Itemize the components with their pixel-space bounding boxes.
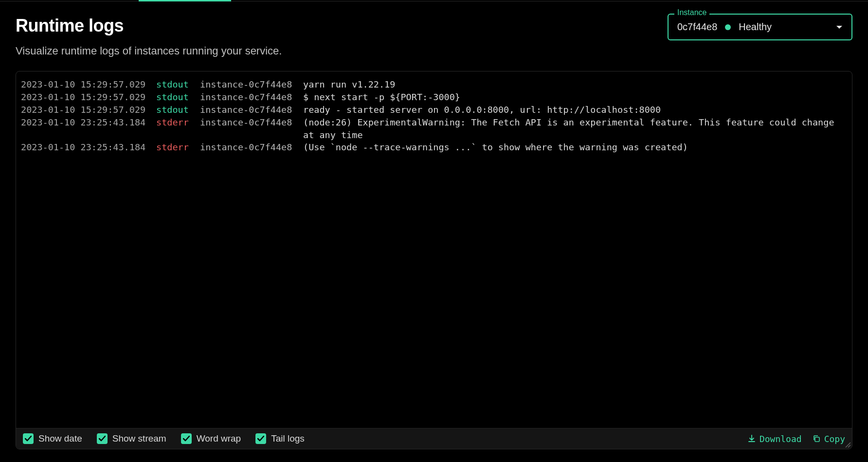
log-date: 2023-01-10 23:25:43.184 xyxy=(21,116,156,129)
copy-icon xyxy=(813,435,820,443)
active-tab-indicator xyxy=(139,0,231,1)
log-message: ready - started server on 0.0.0.0:8000, … xyxy=(303,104,847,116)
download-button[interactable]: Download xyxy=(748,434,802,444)
download-icon xyxy=(748,435,756,443)
instance-status: Healthy xyxy=(739,21,828,33)
page-title: Runtime logs xyxy=(16,16,282,36)
log-stream: stdout xyxy=(156,91,200,104)
status-dot-icon xyxy=(725,24,731,30)
tab-border xyxy=(0,1,868,1)
log-stream: stderr xyxy=(156,141,200,154)
log-instance: instance-0c7f44e8 xyxy=(200,116,303,129)
svg-line-1 xyxy=(846,443,850,447)
copy-label: Copy xyxy=(824,434,845,444)
log-stream: stdout xyxy=(156,78,200,91)
log-message: $ next start -p ${PORT:-3000} xyxy=(303,91,847,104)
resize-grip-icon[interactable] xyxy=(844,441,851,448)
log-stream: stderr xyxy=(156,116,200,129)
log-row: 2023-01-10 15:29:57.029stdoutinstance-0c… xyxy=(21,104,847,116)
word-wrap-label: Word wrap xyxy=(197,433,241,444)
show-stream-label: Show stream xyxy=(112,433,166,444)
log-message: yarn run v1.22.19 xyxy=(303,78,847,91)
show-date-label: Show date xyxy=(38,433,82,444)
log-date: 2023-01-10 15:29:57.029 xyxy=(21,91,156,104)
copy-button[interactable]: Copy xyxy=(813,434,845,444)
log-message: (Use `node --trace-warnings ...` to show… xyxy=(303,141,847,154)
checkbox-checked-icon xyxy=(97,433,108,444)
log-row: 2023-01-10 15:29:57.029stdoutinstance-0c… xyxy=(21,91,847,104)
log-row: 2023-01-10 23:25:43.184stderrinstance-0c… xyxy=(21,141,847,154)
log-body: 2023-01-10 15:29:57.029stdoutinstance-0c… xyxy=(16,71,852,428)
show-date-checkbox[interactable]: Show date xyxy=(23,433,82,444)
chevron-down-icon xyxy=(836,25,843,29)
checkbox-checked-icon xyxy=(23,433,34,444)
log-instance: instance-0c7f44e8 xyxy=(200,91,303,104)
instance-selector[interactable]: 0c7f44e8 Healthy xyxy=(668,14,852,40)
checkbox-checked-icon xyxy=(181,433,192,444)
svg-line-2 xyxy=(848,445,850,447)
download-label: Download xyxy=(760,434,802,444)
log-message: (node:26) ExperimentalWarning: The Fetch… xyxy=(303,116,847,142)
checkbox-checked-icon xyxy=(255,433,266,444)
instance-id: 0c7f44e8 xyxy=(677,21,717,33)
log-footer: Show date Show stream Word wrap Tail log… xyxy=(16,428,852,449)
log-panel: 2023-01-10 15:29:57.029stdoutinstance-0c… xyxy=(16,71,852,449)
log-date: 2023-01-10 15:29:57.029 xyxy=(21,78,156,91)
log-row: 2023-01-10 15:29:57.029stdoutinstance-0c… xyxy=(21,78,847,91)
log-row: 2023-01-10 23:25:43.184stderrinstance-0c… xyxy=(21,116,847,142)
instance-legend: Instance xyxy=(674,8,709,17)
tail-logs-checkbox[interactable]: Tail logs xyxy=(255,433,305,444)
svg-rect-0 xyxy=(815,437,819,442)
tail-logs-label: Tail logs xyxy=(271,433,305,444)
word-wrap-checkbox[interactable]: Word wrap xyxy=(181,433,241,444)
log-stream: stdout xyxy=(156,104,200,116)
show-stream-checkbox[interactable]: Show stream xyxy=(97,433,166,444)
log-instance: instance-0c7f44e8 xyxy=(200,104,303,116)
log-instance: instance-0c7f44e8 xyxy=(200,78,303,91)
page-subtitle: Visualize runtime logs of instances runn… xyxy=(16,45,282,57)
log-instance: instance-0c7f44e8 xyxy=(200,141,303,154)
log-date: 2023-01-10 15:29:57.029 xyxy=(21,104,156,116)
log-date: 2023-01-10 23:25:43.184 xyxy=(21,141,156,154)
